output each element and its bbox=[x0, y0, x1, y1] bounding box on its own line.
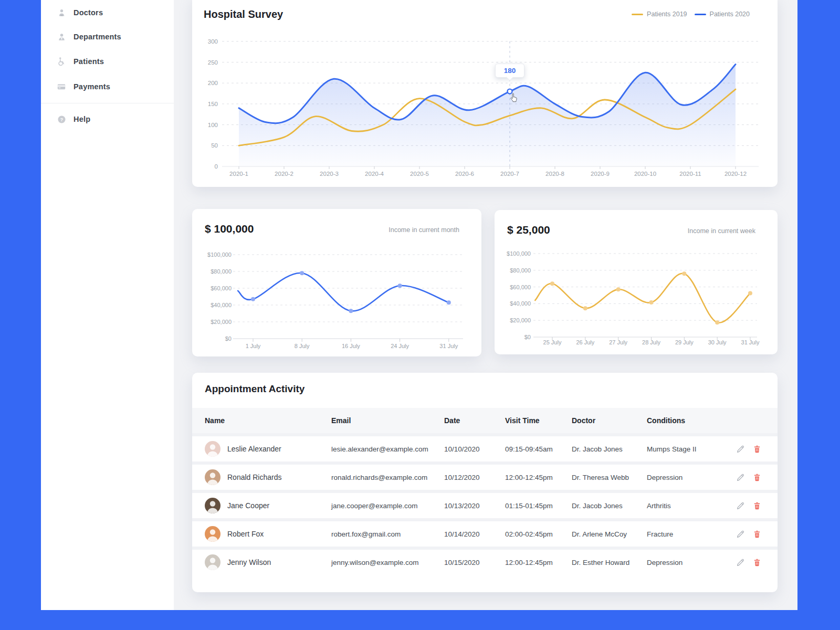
department-icon bbox=[57, 32, 66, 41]
row-actions bbox=[736, 529, 762, 539]
hospital-survey-card: Hospital Survey Patients 2019 Patients 2… bbox=[192, 0, 778, 187]
sidebar: Doctors Departments Patients Payments ? … bbox=[41, 0, 174, 610]
edit-icon[interactable] bbox=[736, 444, 745, 454]
table-row[interactable]: Leslie Alexanderlesie.alexander@example.… bbox=[192, 436, 778, 461]
x-axis-label: 26 July bbox=[576, 339, 594, 345]
x-axis-label: 2020-4 bbox=[365, 171, 384, 177]
x-axis-label: 2020-2 bbox=[275, 171, 293, 177]
x-axis-label: 2020-11 bbox=[679, 171, 701, 177]
x-axis-label: 2020-8 bbox=[545, 171, 564, 177]
appointment-date: 10/13/2020 bbox=[444, 502, 505, 510]
avatar bbox=[205, 441, 220, 457]
edit-icon[interactable] bbox=[736, 501, 745, 510]
x-axis-label: 2020-10 bbox=[634, 171, 656, 177]
sidebar-item-label: Departments bbox=[74, 33, 121, 41]
income-line bbox=[238, 273, 449, 311]
conditions: Mumps Stage II bbox=[647, 445, 736, 453]
x-axis-label: 28 July bbox=[642, 339, 660, 345]
doctor-name: Dr. Arlene McCoy bbox=[572, 530, 647, 538]
appointment-date: 10/10/2020 bbox=[444, 445, 505, 453]
x-axis-label: 27 July bbox=[609, 339, 627, 345]
x-axis-label: 2020-7 bbox=[500, 171, 519, 177]
income-month-card: $ 100,000 Income in current month $100,0… bbox=[192, 209, 481, 356]
sidebar-item-label: Payments bbox=[74, 82, 110, 91]
patient-email: jenny.wilson@example.com bbox=[331, 559, 444, 566]
patient-name: Ronald Richards bbox=[227, 473, 282, 481]
edit-icon[interactable] bbox=[736, 558, 745, 567]
column-header-visit-time: Visit Time bbox=[505, 416, 572, 425]
data-point-marker bbox=[550, 281, 554, 286]
visit-time: 12:00-12:45pm bbox=[505, 559, 572, 566]
sidebar-item-label: Help bbox=[74, 115, 90, 123]
x-axis-label: 1 July bbox=[246, 343, 261, 349]
patient-email: robert.fox@gmail.com bbox=[331, 530, 444, 538]
y-axis-label: $100,000 bbox=[207, 251, 232, 258]
doctor-name: Dr. Jacob Jones bbox=[572, 502, 647, 510]
data-point-marker bbox=[583, 306, 587, 310]
appointment-date: 10/14/2020 bbox=[444, 530, 505, 538]
doctor-name: Dr. Esther Howard bbox=[572, 559, 647, 566]
x-axis-label: 24 July bbox=[391, 343, 409, 349]
y-axis-label: 150 bbox=[208, 101, 218, 107]
data-point-marker bbox=[715, 320, 719, 324]
table-row[interactable]: Jane Cooperjane.cooper@example.com10/13/… bbox=[192, 493, 778, 518]
sidebar-item-label: Doctors bbox=[74, 8, 103, 17]
sidebar-item-patients[interactable]: Patients bbox=[41, 50, 174, 73]
income-week-chart[interactable]: $100,000$80,000$60,000$40,000$20,000$025… bbox=[495, 210, 778, 354]
delete-icon[interactable] bbox=[752, 558, 762, 567]
row-actions bbox=[736, 501, 762, 510]
income-month-chart[interactable]: $100,000$80,000$60,000$40,000$20,000$01 … bbox=[192, 209, 481, 356]
data-point-marker bbox=[682, 271, 686, 276]
hospital-survey-chart[interactable]: 3002502001501005002020-12020-22020-32020… bbox=[192, 0, 778, 187]
conditions: Depression bbox=[647, 474, 736, 481]
row-actions bbox=[736, 444, 762, 454]
appointments-table: Name Email Date Visit Time Doctor Condit… bbox=[192, 408, 778, 575]
doctor-name: Dr. Theresa Webb bbox=[572, 474, 647, 481]
visit-time: 12:00-12:45pm bbox=[505, 474, 572, 481]
patient-email: jane.cooper@example.com bbox=[331, 502, 444, 510]
x-axis-label: 8 July bbox=[295, 343, 310, 349]
delete-icon[interactable] bbox=[752, 529, 762, 539]
column-header-doctor: Doctor bbox=[572, 416, 647, 425]
avatar bbox=[205, 498, 220, 513]
edit-icon[interactable] bbox=[736, 529, 745, 539]
table-row[interactable]: Robert Foxrobert.fox@gmail.com10/14/2020… bbox=[192, 521, 778, 547]
table-row[interactable]: Ronald Richardsronald.richards@example.c… bbox=[192, 465, 778, 490]
column-header-name: Name bbox=[205, 416, 331, 425]
x-axis-label: 2020-5 bbox=[410, 171, 429, 177]
table-body: Leslie Alexanderlesie.alexander@example.… bbox=[192, 436, 778, 575]
y-axis-label: $100,000 bbox=[507, 250, 531, 257]
delete-icon[interactable] bbox=[752, 472, 762, 482]
sidebar-divider bbox=[41, 103, 174, 103]
edit-icon[interactable] bbox=[736, 472, 745, 482]
row-actions bbox=[736, 472, 762, 482]
data-point-marker bbox=[349, 309, 353, 313]
data-point-marker bbox=[748, 291, 752, 296]
x-axis-label: 2020-12 bbox=[724, 171, 747, 177]
y-axis-label: 0 bbox=[215, 163, 218, 170]
sidebar-item-help[interactable]: ? Help bbox=[41, 108, 174, 131]
sidebar-item-payments[interactable]: Payments bbox=[41, 75, 174, 98]
y-axis-label: $60,000 bbox=[211, 285, 232, 291]
credit-card-icon bbox=[57, 82, 66, 91]
table-row[interactable]: Jenny Wilsonjenny.wilson@example.com10/1… bbox=[192, 550, 778, 575]
conditions: Fracture bbox=[647, 530, 736, 538]
y-axis-label: $20,000 bbox=[510, 317, 531, 323]
sidebar-item-departments[interactable]: Departments bbox=[41, 25, 174, 48]
chart-tooltip: 180 bbox=[495, 64, 524, 78]
column-header-date: Date bbox=[444, 416, 505, 425]
sidebar-item-doctors[interactable]: Doctors bbox=[41, 1, 174, 24]
income-line bbox=[535, 274, 750, 323]
x-axis-label: 2020-9 bbox=[591, 171, 610, 177]
x-axis-label: 2020-6 bbox=[455, 171, 474, 177]
y-axis-label: $0 bbox=[524, 334, 531, 340]
y-axis-label: $0 bbox=[225, 335, 232, 342]
delete-icon[interactable] bbox=[752, 444, 762, 454]
conditions: Arthritis bbox=[647, 502, 736, 510]
avatar bbox=[205, 554, 220, 570]
delete-icon[interactable] bbox=[752, 501, 762, 510]
x-axis-label: 2020-3 bbox=[320, 171, 339, 177]
wheelchair-icon bbox=[57, 57, 66, 66]
visit-time: 02:00-02:45pm bbox=[505, 530, 572, 538]
appointment-date: 10/12/2020 bbox=[444, 474, 505, 481]
